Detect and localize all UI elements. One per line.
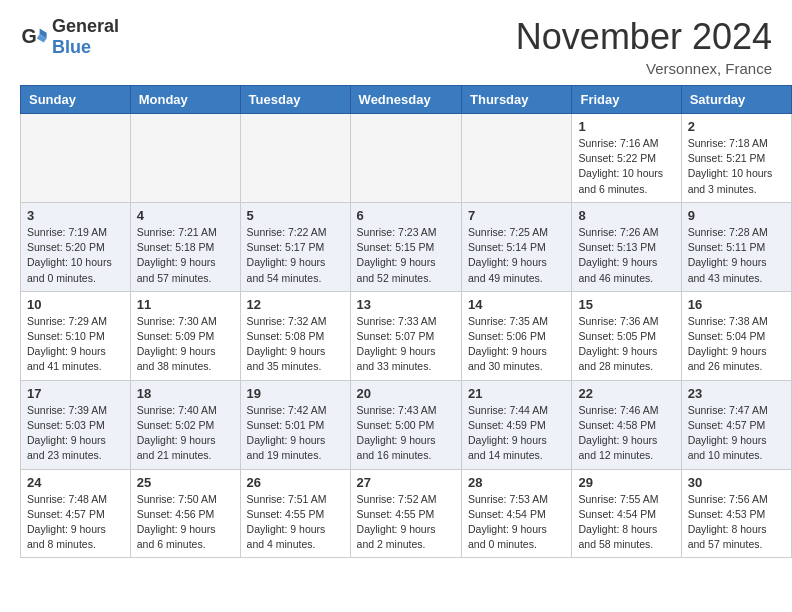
- day-info: Sunrise: 7:35 AM Sunset: 5:06 PM Dayligh…: [468, 314, 565, 375]
- day-info: Sunrise: 7:18 AM Sunset: 5:21 PM Dayligh…: [688, 136, 785, 197]
- calendar-cell: 24Sunrise: 7:48 AM Sunset: 4:57 PM Dayli…: [21, 469, 131, 558]
- logo-icon: G: [20, 23, 48, 51]
- day-number: 23: [688, 386, 785, 401]
- day-info: Sunrise: 7:53 AM Sunset: 4:54 PM Dayligh…: [468, 492, 565, 553]
- day-info: Sunrise: 7:39 AM Sunset: 5:03 PM Dayligh…: [27, 403, 124, 464]
- day-number: 7: [468, 208, 565, 223]
- week-row-2: 3Sunrise: 7:19 AM Sunset: 5:20 PM Daylig…: [21, 202, 792, 291]
- day-info: Sunrise: 7:52 AM Sunset: 4:55 PM Dayligh…: [357, 492, 455, 553]
- calendar-cell: 18Sunrise: 7:40 AM Sunset: 5:02 PM Dayli…: [130, 380, 240, 469]
- day-number: 28: [468, 475, 565, 490]
- month-title: November 2024: [516, 16, 772, 58]
- day-info: Sunrise: 7:50 AM Sunset: 4:56 PM Dayligh…: [137, 492, 234, 553]
- logo-blue: Blue: [52, 37, 119, 58]
- calendar-cell: 21Sunrise: 7:44 AM Sunset: 4:59 PM Dayli…: [462, 380, 572, 469]
- day-number: 26: [247, 475, 344, 490]
- calendar-cell: [130, 114, 240, 203]
- calendar-cell: 13Sunrise: 7:33 AM Sunset: 5:07 PM Dayli…: [350, 291, 461, 380]
- day-number: 3: [27, 208, 124, 223]
- day-info: Sunrise: 7:21 AM Sunset: 5:18 PM Dayligh…: [137, 225, 234, 286]
- calendar-cell: [350, 114, 461, 203]
- weekday-header-row: SundayMondayTuesdayWednesdayThursdayFrid…: [21, 86, 792, 114]
- day-info: Sunrise: 7:47 AM Sunset: 4:57 PM Dayligh…: [688, 403, 785, 464]
- day-number: 10: [27, 297, 124, 312]
- day-number: 20: [357, 386, 455, 401]
- calendar-cell: 26Sunrise: 7:51 AM Sunset: 4:55 PM Dayli…: [240, 469, 350, 558]
- day-info: Sunrise: 7:19 AM Sunset: 5:20 PM Dayligh…: [27, 225, 124, 286]
- calendar-body: 1Sunrise: 7:16 AM Sunset: 5:22 PM Daylig…: [21, 114, 792, 558]
- day-number: 19: [247, 386, 344, 401]
- calendar-cell: 20Sunrise: 7:43 AM Sunset: 5:00 PM Dayli…: [350, 380, 461, 469]
- day-info: Sunrise: 7:28 AM Sunset: 5:11 PM Dayligh…: [688, 225, 785, 286]
- calendar-cell: 17Sunrise: 7:39 AM Sunset: 5:03 PM Dayli…: [21, 380, 131, 469]
- page-header: G General Blue November 2024 Versonnex, …: [0, 0, 792, 85]
- logo-general: General: [52, 16, 119, 37]
- day-info: Sunrise: 7:33 AM Sunset: 5:07 PM Dayligh…: [357, 314, 455, 375]
- calendar-cell: 10Sunrise: 7:29 AM Sunset: 5:10 PM Dayli…: [21, 291, 131, 380]
- day-number: 12: [247, 297, 344, 312]
- calendar-cell: 5Sunrise: 7:22 AM Sunset: 5:17 PM Daylig…: [240, 202, 350, 291]
- calendar-cell: 3Sunrise: 7:19 AM Sunset: 5:20 PM Daylig…: [21, 202, 131, 291]
- day-info: Sunrise: 7:48 AM Sunset: 4:57 PM Dayligh…: [27, 492, 124, 553]
- day-info: Sunrise: 7:29 AM Sunset: 5:10 PM Dayligh…: [27, 314, 124, 375]
- calendar-cell: [21, 114, 131, 203]
- calendar-cell: 22Sunrise: 7:46 AM Sunset: 4:58 PM Dayli…: [572, 380, 681, 469]
- week-row-1: 1Sunrise: 7:16 AM Sunset: 5:22 PM Daylig…: [21, 114, 792, 203]
- day-number: 16: [688, 297, 785, 312]
- day-info: Sunrise: 7:25 AM Sunset: 5:14 PM Dayligh…: [468, 225, 565, 286]
- day-info: Sunrise: 7:55 AM Sunset: 4:54 PM Dayligh…: [578, 492, 674, 553]
- day-info: Sunrise: 7:44 AM Sunset: 4:59 PM Dayligh…: [468, 403, 565, 464]
- calendar-cell: 12Sunrise: 7:32 AM Sunset: 5:08 PM Dayli…: [240, 291, 350, 380]
- calendar-cell: 7Sunrise: 7:25 AM Sunset: 5:14 PM Daylig…: [462, 202, 572, 291]
- day-number: 18: [137, 386, 234, 401]
- day-info: Sunrise: 7:32 AM Sunset: 5:08 PM Dayligh…: [247, 314, 344, 375]
- weekday-header-thursday: Thursday: [462, 86, 572, 114]
- day-number: 1: [578, 119, 674, 134]
- day-number: 25: [137, 475, 234, 490]
- calendar-cell: [240, 114, 350, 203]
- day-info: Sunrise: 7:43 AM Sunset: 5:00 PM Dayligh…: [357, 403, 455, 464]
- week-row-5: 24Sunrise: 7:48 AM Sunset: 4:57 PM Dayli…: [21, 469, 792, 558]
- day-info: Sunrise: 7:38 AM Sunset: 5:04 PM Dayligh…: [688, 314, 785, 375]
- day-info: Sunrise: 7:22 AM Sunset: 5:17 PM Dayligh…: [247, 225, 344, 286]
- day-number: 15: [578, 297, 674, 312]
- day-number: 2: [688, 119, 785, 134]
- day-number: 5: [247, 208, 344, 223]
- day-info: Sunrise: 7:36 AM Sunset: 5:05 PM Dayligh…: [578, 314, 674, 375]
- day-number: 27: [357, 475, 455, 490]
- calendar-cell: 6Sunrise: 7:23 AM Sunset: 5:15 PM Daylig…: [350, 202, 461, 291]
- calendar-cell: 14Sunrise: 7:35 AM Sunset: 5:06 PM Dayli…: [462, 291, 572, 380]
- weekday-header-friday: Friday: [572, 86, 681, 114]
- calendar-cell: 4Sunrise: 7:21 AM Sunset: 5:18 PM Daylig…: [130, 202, 240, 291]
- day-number: 14: [468, 297, 565, 312]
- logo: G General Blue: [20, 16, 119, 57]
- day-number: 30: [688, 475, 785, 490]
- day-info: Sunrise: 7:46 AM Sunset: 4:58 PM Dayligh…: [578, 403, 674, 464]
- day-info: Sunrise: 7:23 AM Sunset: 5:15 PM Dayligh…: [357, 225, 455, 286]
- day-info: Sunrise: 7:16 AM Sunset: 5:22 PM Dayligh…: [578, 136, 674, 197]
- calendar-cell: 16Sunrise: 7:38 AM Sunset: 5:04 PM Dayli…: [681, 291, 791, 380]
- calendar-cell: 8Sunrise: 7:26 AM Sunset: 5:13 PM Daylig…: [572, 202, 681, 291]
- day-number: 11: [137, 297, 234, 312]
- day-number: 21: [468, 386, 565, 401]
- calendar-cell: 9Sunrise: 7:28 AM Sunset: 5:11 PM Daylig…: [681, 202, 791, 291]
- day-number: 6: [357, 208, 455, 223]
- day-number: 24: [27, 475, 124, 490]
- day-number: 4: [137, 208, 234, 223]
- day-info: Sunrise: 7:51 AM Sunset: 4:55 PM Dayligh…: [247, 492, 344, 553]
- calendar-cell: 19Sunrise: 7:42 AM Sunset: 5:01 PM Dayli…: [240, 380, 350, 469]
- location: Versonnex, France: [516, 60, 772, 77]
- day-info: Sunrise: 7:40 AM Sunset: 5:02 PM Dayligh…: [137, 403, 234, 464]
- weekday-header-monday: Monday: [130, 86, 240, 114]
- calendar-cell: 30Sunrise: 7:56 AM Sunset: 4:53 PM Dayli…: [681, 469, 791, 558]
- day-number: 29: [578, 475, 674, 490]
- calendar-cell: 1Sunrise: 7:16 AM Sunset: 5:22 PM Daylig…: [572, 114, 681, 203]
- calendar-cell: 15Sunrise: 7:36 AM Sunset: 5:05 PM Dayli…: [572, 291, 681, 380]
- calendar-cell: 11Sunrise: 7:30 AM Sunset: 5:09 PM Dayli…: [130, 291, 240, 380]
- weekday-header-sunday: Sunday: [21, 86, 131, 114]
- day-number: 13: [357, 297, 455, 312]
- calendar-cell: 27Sunrise: 7:52 AM Sunset: 4:55 PM Dayli…: [350, 469, 461, 558]
- svg-text:G: G: [21, 24, 36, 46]
- weekday-header-tuesday: Tuesday: [240, 86, 350, 114]
- day-number: 22: [578, 386, 674, 401]
